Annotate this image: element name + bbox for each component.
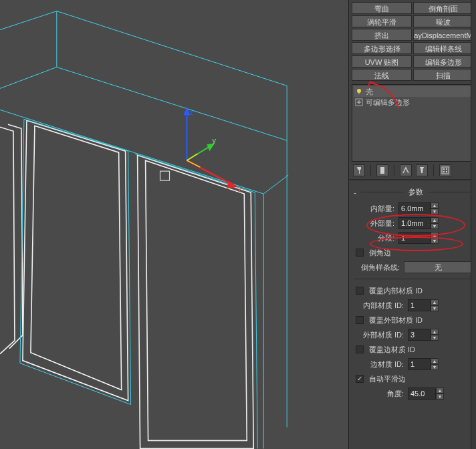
svg-text:x: x xyxy=(237,186,241,194)
angle-label: 角度: xyxy=(353,389,405,399)
outer-amount-label: 外部量: xyxy=(353,218,396,229)
mod-btn-editspline[interactable]: 编辑样条线 xyxy=(413,42,473,54)
edge-matid-label: 边材质 ID: xyxy=(353,359,405,369)
mod-btn-bevel-profile[interactable]: 倒角剖面 xyxy=(413,2,473,14)
segments-input[interactable] xyxy=(398,232,431,244)
modifier-stack[interactable]: 壳 可编辑多边形 xyxy=(352,84,473,162)
spin-up-icon[interactable]: ▲ xyxy=(431,329,439,335)
spin-down-icon[interactable]: ▼ xyxy=(431,208,439,214)
spin-up-icon[interactable]: ▲ xyxy=(431,217,439,223)
segments-label: 分段: xyxy=(353,233,396,243)
edge-matid-spinner[interactable]: ▲▼ xyxy=(408,358,439,370)
show-end-result-btn[interactable] xyxy=(376,164,388,176)
svg-rect-34 xyxy=(443,168,445,170)
segments-spinner[interactable]: ▲▼ xyxy=(398,232,439,244)
bevel-edges-label: 倒角边 xyxy=(369,248,391,258)
override-inner-matid-checkbox[interactable] xyxy=(356,287,364,295)
override-edge-matid-label: 覆盖边材质 ID xyxy=(369,345,415,355)
mod-btn-displacement[interactable]: ayDisplacementM xyxy=(413,29,473,41)
svg-rect-31 xyxy=(380,167,384,174)
configure-sets-btn[interactable] xyxy=(439,164,451,176)
spin-up-icon[interactable]: ▲ xyxy=(431,232,439,238)
mod-btn-sweep[interactable]: 扫描 xyxy=(413,69,473,81)
spin-down-icon[interactable]: ▼ xyxy=(431,223,439,229)
mod-btn-editpoly[interactable]: 编辑多边形 xyxy=(413,55,473,67)
params-body: 内部量: ▲▼ 外部量: ▲▼ 分段: ▲▼ 倒角边 倒角样条线: xyxy=(349,200,476,405)
mod-btn-normal[interactable]: 法线 xyxy=(352,69,412,81)
bevel-edges-checkbox[interactable] xyxy=(356,249,364,257)
bevel-spline-button[interactable]: 无 xyxy=(404,261,472,273)
svg-rect-35 xyxy=(446,168,447,170)
angle-spinner[interactable]: ▲▼ xyxy=(408,388,444,400)
svg-text:y: y xyxy=(212,136,216,144)
command-panel: 弯曲 倒角剖面 涡轮平滑 噪波 挤出 ayDisplacementM 多边形选择… xyxy=(349,0,476,449)
autosmooth-label: 自动平滑边 xyxy=(369,374,406,384)
rollout-header-params[interactable]: - 参数 xyxy=(352,187,473,197)
override-edge-matid-checkbox[interactable] xyxy=(356,345,364,353)
rollout-toggle[interactable]: - xyxy=(352,188,358,196)
mod-btn-polyselect[interactable]: 多边形选择 xyxy=(352,42,412,54)
remove-modifier-btn[interactable] xyxy=(416,164,428,176)
inner-amount-spinner[interactable]: ▲▼ xyxy=(398,202,439,214)
inner-matid-spinner[interactable]: ▲▼ xyxy=(408,299,439,311)
svg-rect-27 xyxy=(358,93,360,94)
angle-input[interactable] xyxy=(408,388,436,400)
spin-down-icon[interactable]: ▼ xyxy=(436,394,444,400)
viewport-3d[interactable]: z y x xyxy=(0,0,349,449)
stack-item-label: 壳 xyxy=(366,87,373,97)
mod-btn-noise[interactable]: 噪波 xyxy=(413,15,473,27)
svg-rect-33 xyxy=(442,167,449,174)
edge-matid-input[interactable] xyxy=(408,358,431,370)
make-unique-btn[interactable] xyxy=(400,164,412,176)
panel-scroll-track[interactable] xyxy=(471,0,476,449)
override-inner-matid-label: 覆盖内部材质 ID xyxy=(369,286,423,296)
rollout-title: 参数 xyxy=(406,187,426,197)
outer-matid-input[interactable] xyxy=(408,329,431,341)
spin-up-icon[interactable]: ▲ xyxy=(431,299,439,305)
spin-down-icon[interactable]: ▼ xyxy=(431,335,439,341)
spin-up-icon[interactable]: ▲ xyxy=(431,358,439,364)
autosmooth-checkbox[interactable] xyxy=(356,375,364,383)
svg-rect-36 xyxy=(443,171,445,172)
modifier-sets: 弯曲 倒角剖面 涡轮平滑 噪波 挤出 ayDisplacementM 多边形选择… xyxy=(349,0,476,82)
stack-item-shell[interactable]: 壳 xyxy=(354,86,471,97)
outer-amount-input[interactable] xyxy=(398,217,431,229)
spin-up-icon[interactable]: ▲ xyxy=(431,202,439,208)
outer-amount-spinner[interactable]: ▲▼ xyxy=(398,217,439,229)
svg-rect-0 xyxy=(0,1,348,449)
override-outer-matid-checkbox[interactable] xyxy=(356,316,364,324)
inner-amount-label: 内部量: xyxy=(353,204,396,214)
stack-item-editablepoly[interactable]: 可编辑多边形 xyxy=(354,97,471,108)
expand-icon[interactable] xyxy=(355,98,363,106)
bevel-spline-label: 倒角样条线: xyxy=(353,263,401,273)
outer-matid-spinner[interactable]: ▲▼ xyxy=(408,329,439,341)
svg-text:z: z xyxy=(189,108,193,116)
override-outer-matid-label: 覆盖外部材质 ID xyxy=(369,315,423,325)
mod-btn-uvwmap[interactable]: UVW 贴图 xyxy=(352,55,412,67)
inner-amount-input[interactable] xyxy=(398,202,431,214)
pin-stack-btn[interactable] xyxy=(353,164,365,176)
spin-up-icon[interactable]: ▲ xyxy=(436,388,444,394)
spin-down-icon[interactable]: ▼ xyxy=(431,305,439,311)
stack-item-label: 可编辑多边形 xyxy=(366,98,410,108)
outer-matid-label: 外部材质 ID: xyxy=(353,330,405,340)
spin-down-icon[interactable]: ▼ xyxy=(431,364,439,370)
lightbulb-icon xyxy=(355,88,363,96)
svg-rect-32 xyxy=(420,167,424,168)
inner-matid-input[interactable] xyxy=(408,299,431,311)
stack-toolbar xyxy=(349,162,476,178)
viewport-canvas: z y x xyxy=(0,0,348,449)
inner-matid-label: 内部材质 ID: xyxy=(353,301,405,311)
spin-down-icon[interactable]: ▼ xyxy=(431,238,439,244)
svg-rect-37 xyxy=(446,171,447,172)
mod-btn-extrude[interactable]: 挤出 xyxy=(352,29,412,41)
svg-point-26 xyxy=(357,89,361,93)
mod-btn-turbosmooth[interactable]: 涡轮平滑 xyxy=(352,15,412,27)
mod-btn-bend[interactable]: 弯曲 xyxy=(352,2,412,14)
